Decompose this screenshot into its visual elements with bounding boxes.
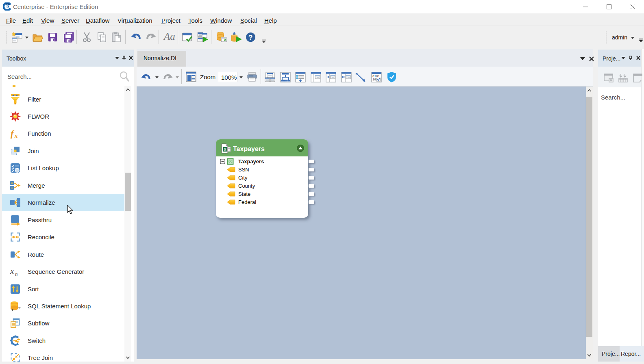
svg-text:x: x xyxy=(10,266,14,276)
svg-text:10: 10 xyxy=(372,78,376,81)
svg-text:0101: 0101 xyxy=(372,75,380,78)
svg-text:f: f xyxy=(11,128,15,139)
svg-text:?: ? xyxy=(248,34,252,41)
svg-text:X: X xyxy=(224,147,226,152)
svg-text:n: n xyxy=(15,271,18,277)
svg-text:x: x xyxy=(14,132,18,139)
